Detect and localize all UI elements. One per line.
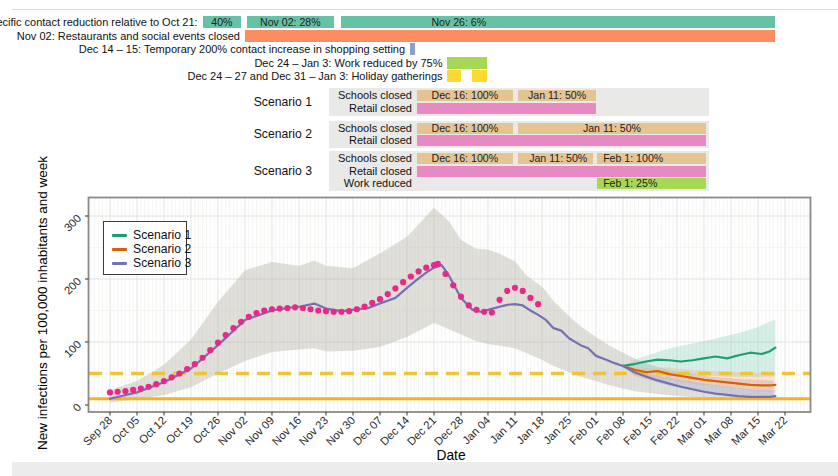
case-dot (145, 384, 151, 390)
scenario-bar-segment: Dec 16: 100% (417, 123, 513, 134)
x-axis-title: Date (436, 448, 465, 463)
legend-entry: Scenario 1 (112, 228, 178, 242)
scenario-bar-segment: Jan 11: 50% (518, 90, 596, 101)
case-dot (458, 294, 464, 300)
y-tick-label: 300 (62, 212, 84, 234)
case-dot (223, 332, 229, 338)
x-tick-label: Feb 08 (594, 414, 627, 447)
annotation-bar-segment (245, 30, 775, 42)
case-dot (331, 309, 337, 315)
scenario-row-label: Retail closed (349, 166, 412, 177)
case-dot (377, 296, 383, 302)
y-axis-ticks: 0100200300 (62, 212, 89, 414)
case-dot (415, 268, 421, 274)
x-tick-label: Oct 05 (109, 414, 141, 446)
y-tick-label: 0 (70, 401, 83, 414)
case-dot (261, 307, 267, 313)
case-dot (192, 361, 198, 367)
case-dot (207, 347, 213, 353)
case-dot (346, 308, 352, 314)
scenario-bar-segment (417, 135, 706, 146)
case-dot (292, 304, 298, 310)
case-dot (442, 271, 448, 277)
case-dot (184, 366, 190, 372)
x-tick-label: Nov 30 (324, 414, 358, 448)
annotation-bar-segment (447, 70, 460, 82)
x-tick-label: Feb 22 (648, 414, 681, 447)
annotation-label: Unspecific contact reduction relative to… (0, 16, 198, 28)
case-dot (496, 297, 502, 303)
annotation-bar-segment: Nov 26: 6% (341, 16, 775, 28)
legend-label: Scenario 3 (133, 256, 191, 270)
annotation-label: Dec 24 – 27 and Dec 31 – Jan 3: Holiday … (188, 70, 443, 82)
case-dot (450, 282, 456, 288)
case-dot (361, 304, 367, 310)
bottom-strip (12, 462, 838, 476)
scenario-title: Scenario 3 (254, 164, 312, 178)
x-tick-label: Dec 28 (432, 414, 466, 448)
scenario-bar-segment: Jan 11: 50% (518, 153, 593, 164)
case-dot (435, 261, 441, 267)
y-tick-label: 200 (62, 275, 84, 297)
case-dot (504, 288, 510, 294)
chart-legend: Scenario 1 Scenario 2 Scenario 3 (103, 221, 187, 275)
case-dot (512, 285, 518, 291)
x-tick-label: Sep 28 (81, 414, 115, 448)
case-dot (323, 308, 329, 314)
y-tick-label: 100 (62, 338, 84, 360)
annotation-bar-segment (447, 57, 486, 69)
scenario1-line-swatch (112, 234, 127, 237)
x-tick-label: Feb 15 (621, 414, 654, 447)
case-dot (284, 305, 290, 311)
scenario-bar-segment: Feb 1: 25% (597, 178, 706, 189)
scenario-bar-segment: Dec 16: 100% (417, 153, 513, 164)
scenario-bar-segment (417, 166, 706, 177)
case-dot (153, 381, 159, 387)
scenario-bar-segment: Feb 1: 100% (597, 153, 706, 164)
x-tick-label: Feb 01 (567, 414, 600, 447)
case-dot (269, 306, 275, 312)
x-tick-label: Oct 19 (163, 414, 195, 446)
case-dot (215, 340, 221, 346)
x-tick-label: Mar 01 (675, 414, 708, 447)
case-dot (169, 374, 175, 380)
scenario-bar-segment: Dec 16: 100% (417, 90, 513, 101)
annotation-label: Dec 14 – 15: Temporary 200% contact incr… (79, 43, 405, 55)
case-dot (408, 273, 414, 279)
annotation-bar-segment: 40% (203, 16, 242, 28)
scenario-row-label: Schools closed (338, 153, 412, 164)
scenario-bar-segment: Jan 11: 50% (518, 123, 706, 134)
scenario-row-label: Work reduced (344, 178, 412, 189)
x-tick-label: Mar 15 (729, 414, 762, 447)
case-dot (535, 301, 541, 307)
case-dot (315, 307, 321, 313)
x-axis-ticks: Sep 28Oct 05Oct 12Oct 19Oct 26Nov 02Nov … (81, 412, 790, 448)
scenario-bar-segment (417, 103, 596, 114)
scenario-row-label: Retail closed (349, 103, 412, 114)
scenario-row-label: Schools closed (338, 123, 412, 134)
case-dot (338, 309, 344, 315)
case-dot (473, 307, 479, 313)
case-dot (527, 295, 533, 301)
case-dot (423, 265, 429, 271)
case-dot (481, 309, 487, 315)
x-tick-label: Nov 16 (270, 414, 304, 448)
case-dot (385, 291, 391, 297)
x-tick-label: Oct 12 (136, 414, 168, 446)
case-dot (520, 288, 526, 294)
x-tick-label: Nov 09 (243, 414, 277, 448)
case-dot (307, 306, 313, 312)
scenario-row-label: Schools closed (338, 90, 412, 101)
case-dot (130, 387, 136, 393)
legend-entry: Scenario 2 (112, 242, 178, 256)
annotation-label: Nov 02: Restaurants and social events cl… (17, 30, 240, 42)
x-tick-label: Nov 02 (216, 414, 250, 448)
case-dot (115, 389, 121, 395)
x-tick-label: Dec 07 (351, 414, 385, 448)
scenario-title: Scenario 2 (254, 127, 312, 141)
case-dot (466, 302, 472, 308)
case-dot (122, 388, 128, 394)
case-dot (253, 310, 259, 316)
case-dot (300, 305, 306, 311)
scenario-title: Scenario 1 (254, 95, 312, 109)
